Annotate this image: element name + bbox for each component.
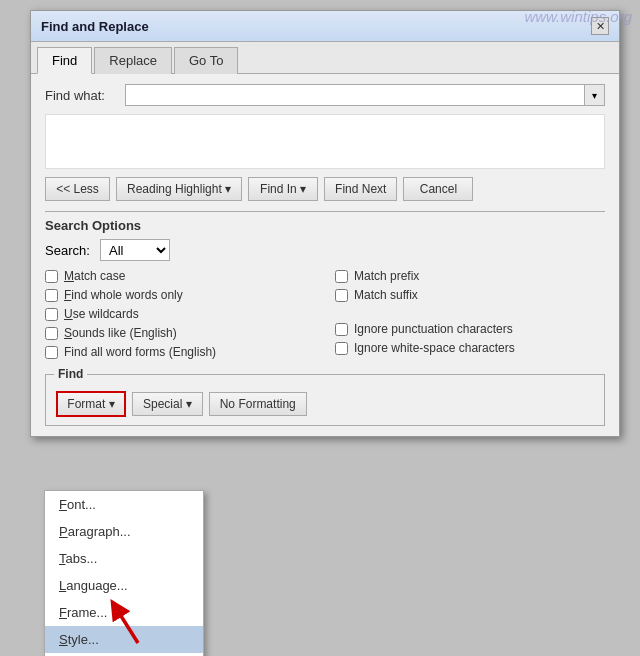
option-match-suffix: Match suffix: [335, 288, 605, 302]
ignore-whitespace-checkbox[interactable]: [335, 342, 348, 355]
options-left-col: Match case Find whole words only Use wil…: [45, 269, 315, 364]
no-formatting-button[interactable]: No Formatting: [209, 392, 307, 416]
sounds-like-checkbox[interactable]: [45, 327, 58, 340]
option-ignore-punctuation: Ignore punctuation characters: [335, 322, 605, 336]
find-what-label: Find what:: [45, 88, 125, 103]
tab-find[interactable]: Find: [37, 47, 92, 74]
option-find-whole-words: Find whole words only: [45, 288, 315, 302]
search-label: Search:: [45, 243, 100, 258]
sounds-like-label: Sounds like (English): [64, 326, 177, 340]
match-prefix-label: Match prefix: [354, 269, 419, 283]
match-prefix-checkbox[interactable]: [335, 270, 348, 283]
match-suffix-checkbox[interactable]: [335, 289, 348, 302]
ignore-punctuation-checkbox[interactable]: [335, 323, 348, 336]
tab-goto[interactable]: Go To: [174, 47, 238, 74]
reading-highlight-button[interactable]: Reading Highlight ▾: [116, 177, 242, 201]
find-whole-words-checkbox[interactable]: [45, 289, 58, 302]
search-row: Search: All Up Down: [45, 239, 605, 261]
dropdown-item-paragraph[interactable]: Paragraph...: [45, 518, 203, 545]
option-match-prefix: Match prefix: [335, 269, 605, 283]
find-all-forms-label: Find all word forms (English): [64, 345, 216, 359]
dropdown-item-style[interactable]: Style...: [45, 626, 203, 653]
search-options-label: Search Options: [45, 218, 605, 233]
match-suffix-label: Match suffix: [354, 288, 418, 302]
close-button[interactable]: ✕: [591, 17, 609, 35]
preview-area: [45, 114, 605, 169]
option-ignore-whitespace: Ignore white-space characters: [335, 341, 605, 355]
match-case-checkbox[interactable]: [45, 270, 58, 283]
format-buttons-row: Format ▾ Special ▾ No Formatting: [56, 391, 594, 417]
dropdown-item-tabs[interactable]: Tabs...: [45, 545, 203, 572]
find-in-button[interactable]: Find In ▾: [248, 177, 318, 201]
format-button[interactable]: Format ▾: [56, 391, 126, 417]
dialog-title: Find and Replace: [41, 19, 591, 34]
find-section-label: Find: [54, 367, 87, 381]
dropdown-item-font[interactable]: Font...: [45, 491, 203, 518]
tab-bar: Find Replace Go To: [31, 42, 619, 74]
use-wildcards-checkbox[interactable]: [45, 308, 58, 321]
divider: [45, 211, 605, 212]
options-columns: Match case Find whole words only Use wil…: [45, 269, 605, 364]
find-replace-dialog: Find and Replace ✕ Find Replace Go To Fi…: [30, 10, 620, 437]
ignore-whitespace-label: Ignore white-space characters: [354, 341, 515, 355]
option-use-wildcards: Use wildcards: [45, 307, 315, 321]
find-input-dropdown-arrow[interactable]: ▾: [585, 84, 605, 106]
find-format-section: Find Format ▾ Special ▾ No Formatting: [45, 374, 605, 426]
find-whole-words-label: Find whole words only: [64, 288, 183, 302]
find-all-forms-checkbox[interactable]: [45, 346, 58, 359]
title-bar: Find and Replace ✕: [31, 11, 619, 42]
dialog-body: Find what: ▾ << Less Reading Highlight ▾…: [31, 74, 619, 436]
use-wildcards-label: Use wildcards: [64, 307, 139, 321]
less-button[interactable]: << Less: [45, 177, 110, 201]
action-buttons: << Less Reading Highlight ▾ Find In ▾ Fi…: [45, 177, 605, 201]
option-sounds-like: Sounds like (English): [45, 326, 315, 340]
tab-replace[interactable]: Replace: [94, 47, 172, 74]
cancel-button[interactable]: Cancel: [403, 177, 473, 201]
options-right-col: Match prefix Match suffix Ignore punctua…: [335, 269, 605, 364]
match-case-label: Match case: [64, 269, 125, 283]
dropdown-item-frame[interactable]: Frame...: [45, 599, 203, 626]
find-next-button[interactable]: Find Next: [324, 177, 397, 201]
option-match-case: Match case: [45, 269, 315, 283]
dropdown-item-language[interactable]: Language...: [45, 572, 203, 599]
special-button[interactable]: Special ▾: [132, 392, 203, 416]
search-select[interactable]: All Up Down: [100, 239, 170, 261]
find-what-row: Find what: ▾: [45, 84, 605, 106]
ignore-punctuation-label: Ignore punctuation characters: [354, 322, 513, 336]
option-find-all-forms: Find all word forms (English): [45, 345, 315, 359]
format-dropdown-menu: Font... Paragraph... Tabs... Language...…: [44, 490, 204, 656]
find-what-input[interactable]: [125, 84, 585, 106]
